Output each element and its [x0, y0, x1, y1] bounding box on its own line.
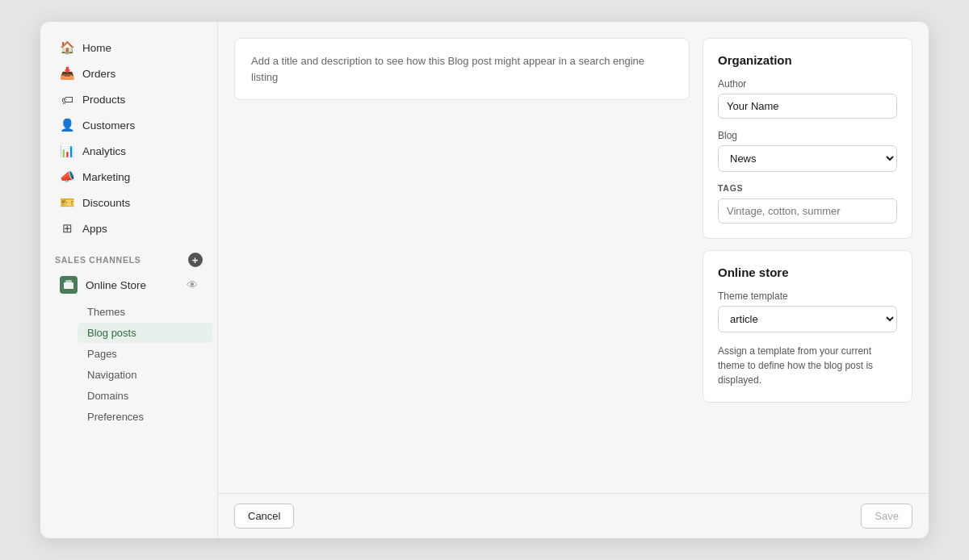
author-label: Author: [718, 78, 897, 90]
discounts-icon: 🎫: [60, 195, 74, 210]
author-field-group: Author: [718, 78, 897, 119]
sidebar-nav-customers[interactable]: 👤 Customers: [45, 112, 212, 138]
home-icon: 🏠: [60, 40, 74, 55]
organization-title: Organization: [718, 53, 897, 67]
sidebar-label-marketing: Marketing: [82, 171, 130, 183]
app-window: 🏠 Home 📥 Orders 🏷 Products 👤 Customers 📊…: [40, 22, 929, 538]
theme-template-select[interactable]: article default alternate: [718, 306, 897, 332]
tags-label: TAGS: [718, 183, 897, 193]
content-body: Add a title and description to see how t…: [218, 22, 929, 493]
products-icon: 🏷: [60, 92, 74, 107]
sidebar-label-customers: Customers: [82, 119, 135, 132]
author-input[interactable]: [718, 94, 897, 119]
sidebar-nav-orders[interactable]: 📥 Orders: [45, 61, 212, 86]
blog-field-group: Blog News Announcements Updates: [718, 130, 897, 172]
analytics-icon: 📊: [60, 144, 74, 158]
sidebar-label-products: Products: [82, 94, 125, 106]
sidebar-nav-apps[interactable]: ⊞ Apps: [45, 215, 212, 241]
sub-nav-navigation[interactable]: Navigation: [78, 365, 212, 385]
sidebar-nav-marketing[interactable]: 📣 Marketing: [45, 164, 212, 190]
right-panel: Organization Author Blog News Announceme…: [703, 38, 912, 477]
marketing-icon: 📣: [60, 169, 74, 184]
apps-icon: ⊞: [60, 221, 74, 236]
seo-hint-text: Add a title and description to see how t…: [251, 55, 644, 83]
svg-rect-1: [65, 280, 72, 284]
sub-nav-blog-posts[interactable]: Blog posts: [78, 323, 212, 343]
online-store-title: Online store: [718, 265, 897, 279]
sidebar-label-discounts: Discounts: [82, 197, 130, 209]
cancel-button[interactable]: Cancel: [234, 504, 294, 529]
sidebar-nav-discounts[interactable]: 🎫 Discounts: [45, 190, 212, 215]
sales-channels-section: SALES CHANNELS +: [40, 241, 217, 270]
customers-icon: 👤: [60, 118, 74, 132]
main-content: Add a title and description to see how t…: [218, 22, 929, 538]
sub-nav-domains[interactable]: Domains: [78, 386, 212, 406]
sidebar-label-orders: Orders: [82, 68, 115, 80]
add-sales-channel-button[interactable]: +: [188, 253, 203, 267]
center-panel: Add a title and description to see how t…: [234, 38, 690, 477]
online-store-card: Online store Theme template article defa…: [703, 250, 912, 403]
sub-nav-preferences[interactable]: Preferences: [78, 407, 212, 427]
seo-hint-card: Add a title and description to see how t…: [234, 38, 690, 100]
sub-nav-pages[interactable]: Pages: [78, 344, 212, 364]
template-hint: Assign a template from your current them…: [718, 344, 897, 387]
orders-icon: 📥: [60, 66, 74, 81]
theme-template-label: Theme template: [718, 290, 897, 302]
blog-select[interactable]: News Announcements Updates: [718, 145, 897, 172]
sidebar-online-store[interactable]: Online Store 👁: [45, 270, 212, 299]
online-store-icon: [60, 276, 78, 294]
eye-icon[interactable]: 👁: [187, 278, 198, 291]
tags-section: TAGS: [718, 183, 897, 224]
blog-label: Blog: [718, 130, 897, 141]
sidebar-label-analytics: Analytics: [82, 145, 126, 157]
organization-card: Organization Author Blog News Announceme…: [703, 38, 912, 239]
online-store-label: Online Store: [86, 279, 146, 291]
sub-nav-themes[interactable]: Themes: [78, 302, 212, 322]
sub-nav: Themes Blog posts Pages Navigation Domai…: [78, 301, 217, 428]
sidebar-nav-analytics[interactable]: 📊 Analytics: [45, 138, 212, 164]
sidebar-nav-home[interactable]: 🏠 Home: [45, 35, 212, 61]
sidebar-label-apps: Apps: [82, 223, 107, 235]
sidebar-label-home: Home: [82, 42, 111, 54]
footer-bar: Cancel Save: [218, 493, 929, 538]
sidebar: 🏠 Home 📥 Orders 🏷 Products 👤 Customers 📊…: [40, 22, 218, 538]
save-button[interactable]: Save: [861, 504, 912, 529]
sidebar-nav-products[interactable]: 🏷 Products: [45, 86, 212, 112]
tags-input[interactable]: [718, 199, 897, 224]
theme-template-field-group: Theme template article default alternate: [718, 290, 897, 332]
